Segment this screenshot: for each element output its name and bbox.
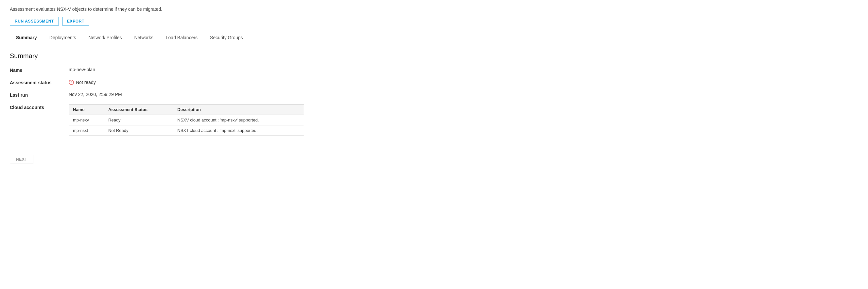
run-assessment-button[interactable]: RUN ASSESSMENT (10, 17, 59, 26)
status-label: Assessment status (10, 79, 69, 85)
cell-status: Not Ready (104, 125, 173, 136)
cloud-accounts-label: Cloud accounts (10, 104, 69, 136)
tab-load-balancers[interactable]: Load Balancers (160, 32, 204, 43)
toolbar: RUN ASSESSMENT EXPORT (10, 17, 858, 26)
cell-name: mp-nsxt (69, 125, 104, 136)
detail-grid: Name mp-new-plan Assessment status Not r… (10, 67, 304, 136)
cell-description: NSXV cloud account : 'mp-nsxv' supported… (173, 115, 304, 125)
col-header-description: Description (173, 105, 304, 115)
name-value: mp-new-plan (69, 67, 304, 73)
status-value: Not ready (69, 79, 304, 85)
cloud-accounts-table-container: Name Assessment Status Description mp-ns… (69, 104, 304, 136)
tab-network-profiles[interactable]: Network Profiles (83, 32, 128, 43)
tab-security-groups[interactable]: Security Groups (204, 32, 249, 43)
tab-summary[interactable]: Summary (10, 32, 43, 43)
table-row: mp-nsxvReadyNSXV cloud account : 'mp-nsx… (69, 115, 304, 125)
last-run-value: Nov 22, 2020, 2:59:29 PM (69, 92, 304, 98)
table-header-row: Name Assessment Status Description (69, 105, 304, 115)
section-title: Summary (10, 52, 858, 60)
last-run-label: Last run (10, 92, 69, 98)
tab-deployments[interactable]: Deployments (43, 32, 83, 43)
tab-networks[interactable]: Networks (128, 32, 159, 43)
cell-status: Ready (104, 115, 173, 125)
col-header-name: Name (69, 105, 104, 115)
table-row: mp-nsxtNot ReadyNSXT cloud account : 'mp… (69, 125, 304, 136)
export-button[interactable]: EXPORT (62, 17, 89, 26)
page-description: Assessment evaluates NSX-V objects to de… (10, 6, 858, 12)
name-label: Name (10, 67, 69, 73)
tabs-nav: Summary Deployments Network Profiles Net… (10, 32, 858, 43)
cloud-accounts-table: Name Assessment Status Description mp-ns… (69, 104, 304, 136)
status-text: Not ready (76, 80, 96, 85)
cell-description: NSXT cloud account : 'mp-nsxt' supported… (173, 125, 304, 136)
not-ready-icon (69, 80, 74, 85)
col-header-status: Assessment Status (104, 105, 173, 115)
cell-name: mp-nsxv (69, 115, 104, 125)
next-button[interactable]: NEXT (10, 155, 33, 164)
